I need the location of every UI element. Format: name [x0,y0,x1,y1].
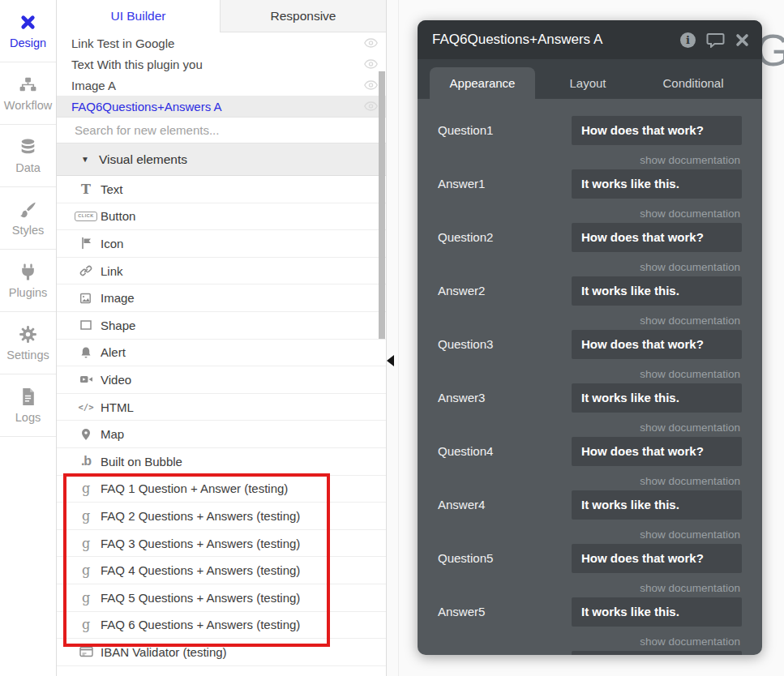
plugins-icon [18,262,38,282]
show-documentation-link[interactable]: show documentation [572,154,742,169]
palette-item[interactable]: gFAQ 2 Questions + Answers (testing) [57,503,386,530]
logs-icon [18,387,38,407]
palette-item-label: Video [101,373,131,387]
show-documentation-link[interactable]: show documentation [572,368,742,383]
property-input[interactable]: It works like this. [572,169,742,199]
workflow-icon [18,75,38,95]
canvas-page-edge [398,0,399,676]
tab-layout[interactable]: Layout [535,67,640,99]
tree-row-label: Image A [71,79,116,92]
property-input-partial [572,651,742,655]
property-input[interactable]: How does that work? [572,116,742,145]
palette-item[interactable]: Link [57,258,386,285]
palette-item-label: Text [101,182,123,196]
palette-collapse-arrow-icon[interactable] [387,355,394,366]
eye-icon[interactable] [364,101,378,111]
tree-row[interactable]: Image A [57,75,386,96]
tab-responsive[interactable]: Responsive [220,0,386,32]
property-label: Question3 [438,330,572,362]
palette-item-label: HTML [101,400,134,414]
palette-item[interactable]: CLICKButton [57,203,386,231]
faq-plugin-icon: g [73,590,99,605]
tree-row[interactable]: Text With this plugin you [57,53,386,75]
main-sidebar: DesignWorkflowDataStylesPluginsSettingsL… [0,0,57,676]
palette-item[interactable]: Image [57,285,386,312]
faq-plugin-icon: g [73,508,99,524]
palette-item[interactable]: gFAQ 3 Questions + Answers (testing) [57,530,386,558]
show-documentation-link[interactable]: show documentation [572,475,742,490]
property-label: Question1 [438,116,572,148]
sidebar-item-styles[interactable]: Styles [0,187,56,250]
palette-item[interactable]: </>HTML [57,394,386,421]
show-documentation-link[interactable]: show documentation [572,635,742,651]
close-icon[interactable] [735,33,749,47]
property-row: Question4How does that work?show documen… [418,437,762,490]
property-input[interactable]: It works like this. [572,597,742,627]
palette-item[interactable]: gFAQ 1 Question + Answer (testing) [57,476,386,503]
video-icon [73,373,99,386]
property-row: Answer4It works like this.show documenta… [418,490,762,544]
show-documentation-link[interactable]: show documentation [572,528,742,544]
palette-item[interactable]: .bBuilt on Bubble [57,448,386,476]
property-label: Question4 [438,437,572,469]
tree-row[interactable]: FAQ6Questions+Answers A [57,96,386,117]
eye-icon[interactable] [364,38,378,48]
property-input[interactable]: How does that work? [572,437,742,466]
palette-item[interactable]: Icon [57,230,386,258]
inspector-titlebar: FAQ6Questions+Answers A i [418,20,762,59]
sidebar-item-label: Settings [6,349,49,362]
palette-item[interactable]: gFAQ 4 Questions + Answers (testing) [57,557,386,584]
comment-icon[interactable] [706,32,725,48]
shape-icon [73,319,99,332]
faq-plugin-icon: g [73,536,99,551]
design-icon [18,12,38,32]
palette-item[interactable]: gFAQ 5 Questions + Answers (testing) [57,584,386,612]
property-input[interactable]: How does that work? [572,223,742,252]
sidebar-item-label: Plugins [9,286,48,299]
palette-item[interactable]: gFAQ 6 Questions + Answers (testing) [57,612,386,640]
show-documentation-link[interactable]: show documentation [572,314,742,330]
palette-item[interactable]: Alert [57,340,386,367]
palette-item-list: TTextCLICKButtonIconLinkImageShapeAlertV… [57,176,386,666]
bubble-icon: .b [73,454,99,468]
tab-appearance[interactable]: Appearance [430,67,535,99]
palette-item[interactable]: Shape [57,312,386,340]
property-input[interactable]: It works like this. [572,276,742,306]
property-input[interactable]: It works like this. [572,383,742,413]
palette-item[interactable]: Video [57,366,386,394]
eye-icon[interactable] [364,80,378,90]
palette-scrollbar-thumb[interactable] [379,71,385,339]
property-input[interactable]: How does that work? [572,544,742,573]
palette-item[interactable]: TText [57,176,386,203]
sidebar-item-data[interactable]: Data [0,125,56,187]
show-documentation-link[interactable]: show documentation [572,421,742,437]
sidebar-item-design[interactable]: Design [0,0,56,62]
palette-item[interactable]: Map [57,421,386,448]
eye-icon[interactable] [364,59,378,69]
info-icon[interactable]: i [680,32,696,48]
property-label: Answer3 [438,383,572,416]
sidebar-item-plugins[interactable]: Plugins [0,250,56,312]
tab-conditional[interactable]: Conditional [640,67,746,99]
visual-elements-section-header[interactable]: ▼ Visual elements [57,143,386,176]
sidebar-item-logs[interactable]: Logs [0,374,56,437]
property-input[interactable]: It works like this. [572,490,742,520]
tree-row[interactable]: Link Test in Google [57,32,386,53]
show-documentation-link[interactable]: show documentation [572,582,742,597]
bubble-editor: Go DesignWorkflowDataStylesPluginsSettin… [0,0,784,676]
tree-row-label: FAQ6Questions+Answers A [71,100,222,113]
chevron-down-icon: ▼ [81,155,89,164]
sidebar-item-settings[interactable]: Settings [0,312,56,374]
data-icon [18,137,38,157]
search-input[interactable] [73,122,368,138]
sidebar-item-workflow[interactable]: Workflow [0,62,56,125]
tab-ui-builder[interactable]: UI Builder [57,0,220,32]
palette-item[interactable]: IBAN Validator (testing) [57,639,386,666]
show-documentation-link[interactable]: show documentation [572,261,742,276]
property-input[interactable]: How does that work? [572,330,742,359]
show-documentation-link[interactable]: show documentation [572,208,742,223]
palette-item-label: Shape [101,319,135,332]
property-row: Question2How does that work?show documen… [418,223,762,276]
palette-item-label: FAQ 4 Questions + Answers (testing) [101,563,300,577]
palette-item-label: Button [101,209,135,223]
